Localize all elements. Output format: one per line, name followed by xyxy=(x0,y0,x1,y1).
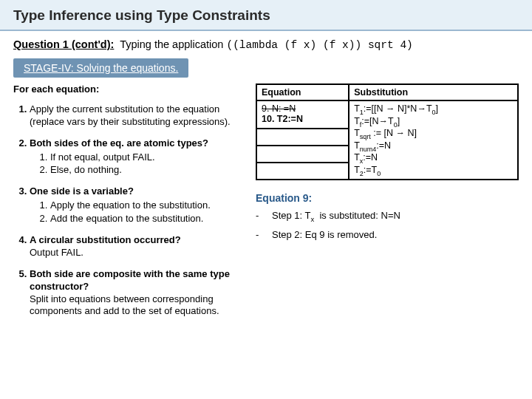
sub-line-3: Tsqrt := [N → N] xyxy=(354,128,513,140)
step-5-head: Both side are composite with the same ty… xyxy=(30,268,230,292)
slide: Type Inference using Type Constraints Qu… xyxy=(0,0,532,399)
dash-icon: - xyxy=(256,229,263,240)
question-lead: Typing the application xyxy=(120,38,223,50)
question-code: ((lambda (f x) (f x)) sqrt 4) xyxy=(226,39,412,51)
step-2: Both sides of the eq. are atomic types? … xyxy=(30,137,242,177)
right-column: Equation Substitution 9. N: =N 10. T2:=N… xyxy=(256,83,519,327)
title-bar: Type Inference using Type Constraints xyxy=(0,0,532,31)
step-3-sub: Apply the equation to the substitution. … xyxy=(30,200,242,225)
sub-line-5: Tx:=N xyxy=(354,152,513,165)
steps-list: Apply the current substitution to the eq… xyxy=(13,103,242,318)
step-5-body: Split into equations between correspondi… xyxy=(30,293,219,317)
step-3b: Add the equation to the substitution. xyxy=(50,213,242,225)
slide-title: Type Inference using Type Constraints xyxy=(13,7,519,24)
substitution-cell: T1:=[[N → N]*N→T0] Tf:=[N→T0] Tsqrt := [… xyxy=(349,100,518,180)
table-row: 9. N: =N 10. T2:=N T1:=[[N → N]*N→T0] Tf… xyxy=(256,100,518,129)
eq9-step-1-text: Step 1: Tx is substituted: N=N xyxy=(272,210,400,223)
question-label: Question 1 (cont'd): xyxy=(13,38,114,50)
eq-line-10-text: 10. T2:=N xyxy=(262,114,303,124)
equation-cell: 9. N: =N 10. T2:=N xyxy=(256,100,349,129)
step-1: Apply the current substitution to the eq… xyxy=(30,103,242,129)
equation-9-title: Equation 9: xyxy=(256,192,519,204)
table-header-row: Equation Substitution xyxy=(256,84,518,100)
eq-line-10: 10. T2:=N xyxy=(262,114,344,124)
col-equation: Equation xyxy=(256,84,349,100)
step-2-sub: If not equal, output FAIL. Else, do noth… xyxy=(30,151,242,177)
empty-cell xyxy=(256,163,349,180)
step-3: One side is a variable? Apply the equati… xyxy=(30,185,242,225)
step-1-body: Apply the current substitution to the eq… xyxy=(30,103,231,127)
sub-line-2: Tf:=[N→T0] xyxy=(354,116,513,129)
equation-table: Equation Substitution 9. N: =N 10. T2:=N… xyxy=(256,83,519,180)
eq9-step-2: - Step 2: Eq 9 is removed. xyxy=(256,229,519,240)
stage-bar: STAGE-IV: Solving the equations. xyxy=(13,58,188,78)
sub-line-1: T1:=[[N → N]*N→T0] xyxy=(354,103,513,116)
step-4-body: Output FAIL. xyxy=(30,247,83,258)
step-2b: Else, do nothing. xyxy=(50,164,242,177)
sub-line-6: T2:=T0 xyxy=(354,165,513,177)
dash-icon: - xyxy=(256,210,263,223)
step-2a: If not equal, output FAIL. xyxy=(50,151,242,164)
step-2-head: Both sides of the eq. are atomic types? xyxy=(30,137,208,149)
steps-column: For each equation: Apply the current sub… xyxy=(13,83,242,327)
step-4-head: A circular substitution occurred? xyxy=(30,234,181,245)
content-row: For each equation: Apply the current sub… xyxy=(0,78,532,327)
steps-lead: For each equation: xyxy=(13,83,242,96)
eq9-step-2-text: Step 2: Eq 9 is removed. xyxy=(272,229,377,240)
step-4: A circular substitution occurred?Output … xyxy=(30,234,242,259)
question-row: Question 1 (cont'd): Typing the applicat… xyxy=(0,31,532,58)
eq-line-9: 9. N: =N xyxy=(262,103,344,114)
sub-line-4: Tnum4:=N xyxy=(354,140,513,153)
stage-label: STAGE-IV: Solving the equations. xyxy=(24,62,178,74)
eq9-step-1: - Step 1: Tx is substituted: N=N xyxy=(256,210,519,223)
step-3a: Apply the equation to the substitution. xyxy=(50,200,242,212)
col-substitution: Substitution xyxy=(349,84,518,100)
empty-cell xyxy=(256,129,349,146)
empty-cell xyxy=(256,146,349,163)
equation-9-steps: - Step 1: Tx is substituted: N=N - Step … xyxy=(256,210,519,240)
step-5: Both side are composite with the same ty… xyxy=(30,268,242,318)
step-3-head: One side is a variable? xyxy=(30,185,134,197)
